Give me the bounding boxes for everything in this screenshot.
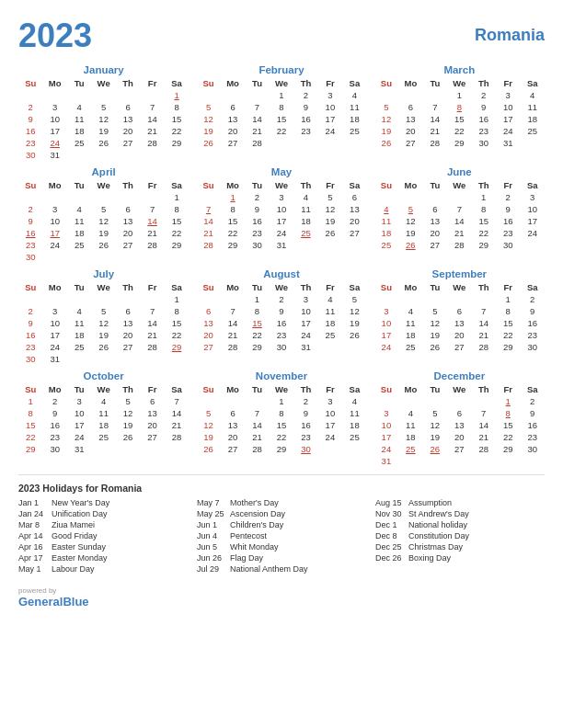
day-header-mo: Mo: [221, 77, 245, 89]
calendar-day: 7: [140, 203, 164, 215]
calendar-day: 10: [42, 113, 66, 125]
calendar-day: 15: [270, 419, 293, 431]
calendar-day: 26: [91, 341, 115, 353]
calendar-day: 25: [398, 341, 422, 353]
calendar-day: 7: [472, 305, 496, 317]
calendar-day: 23: [18, 137, 42, 149]
calendar-day: 16: [18, 125, 42, 137]
calendar-day: [374, 191, 398, 203]
calendar-day: 25: [342, 125, 367, 137]
calendar-day: 7: [140, 101, 164, 113]
calendar-day: 19: [116, 419, 140, 431]
calendar-day: 19: [91, 125, 115, 137]
holiday-date: Mar 8: [18, 520, 48, 529]
calendar-day: 6: [221, 101, 245, 113]
day-header-tu: Tu: [67, 77, 91, 89]
calendar-day: 2: [496, 191, 520, 203]
calendar-day: 21: [140, 125, 164, 137]
calendar-day: 1: [472, 191, 496, 203]
month-block-july: JulySuMoTuWeThFrSa1234567891011121314151…: [18, 268, 189, 365]
holiday-date: Jan 24: [18, 509, 48, 518]
calendar-day: 1: [221, 191, 245, 203]
calendar-day: 4: [398, 305, 422, 317]
calendar-day: [374, 395, 398, 407]
calendar-day: 2: [293, 395, 317, 407]
calendar-day: 21: [165, 419, 190, 431]
calendar-day: [374, 293, 398, 305]
month-table: SuMoTuWeThFrSa12345678910111213141516171…: [374, 179, 545, 251]
calendar-day: 3: [374, 407, 398, 419]
calendar-day: 8: [270, 407, 293, 419]
calendar-day: 11: [398, 317, 422, 329]
calendar-day: 24: [42, 239, 66, 251]
calendar-day: 18: [520, 113, 545, 125]
country-title: Romania: [475, 17, 545, 45]
divider: [18, 474, 545, 475]
calendar-day: [472, 395, 496, 407]
calendar-day: 5: [374, 101, 398, 113]
day-header-su: Su: [18, 77, 42, 89]
calendar-day: 17: [67, 419, 91, 431]
calendar-day: 29: [165, 137, 190, 149]
calendar-day: 10: [520, 203, 545, 215]
holiday-column: Jan 1New Year's DayJan 24Unification Day…: [18, 498, 188, 575]
calendar-day: 7: [423, 101, 447, 113]
month-title: October: [18, 370, 189, 381]
day-header-we: We: [91, 383, 115, 395]
list-item: Dec 1National holiday: [375, 520, 545, 529]
calendar-day: 18: [91, 419, 115, 431]
list-item: Jan 1New Year's Day: [18, 498, 188, 507]
powered-by-text: powered by: [18, 586, 89, 595]
calendar-day: 25: [318, 329, 342, 341]
calendar-day: 11: [67, 113, 91, 125]
calendar-day: 13: [196, 317, 220, 329]
calendar-day: [18, 191, 42, 203]
calendar-day: 15: [472, 215, 496, 227]
calendar-day: 13: [342, 203, 367, 215]
day-header-we: We: [270, 281, 293, 293]
calendar-day: [165, 149, 190, 161]
calendar-day: [196, 293, 220, 305]
calendar-day: [67, 191, 91, 203]
calendar-day: 25: [293, 227, 317, 239]
calendar-day: 14: [472, 419, 496, 431]
calendar-day: 7: [245, 101, 269, 113]
calendar-day: 5: [91, 305, 115, 317]
calendar-day: 5: [196, 407, 220, 419]
calendar-day: 5: [398, 203, 422, 215]
calendar-day: 16: [520, 419, 545, 431]
calendar-day: 15: [270, 113, 293, 125]
calendar-day: 13: [116, 317, 140, 329]
calendar-day: 26: [423, 443, 447, 455]
calendar-day: 11: [342, 407, 367, 419]
day-header-fr: Fr: [318, 179, 342, 191]
holiday-date: May 25: [197, 509, 226, 518]
calendar-day: 22: [221, 227, 245, 239]
calendar-day: 14: [140, 215, 164, 227]
holiday-date: Apr 17: [18, 553, 48, 563]
calendar-day: 20: [116, 125, 140, 137]
calendar-day: [398, 455, 422, 467]
calendar-day: 21: [140, 329, 164, 341]
day-header-mo: Mo: [398, 179, 422, 191]
calendar-day: 18: [67, 329, 91, 341]
calendar-day: 23: [42, 431, 66, 443]
day-header-tu: Tu: [67, 383, 91, 395]
calendar-day: 22: [447, 125, 471, 137]
calendar-day: [67, 149, 91, 161]
calendar-day: 11: [398, 419, 422, 431]
calendar-day: 3: [318, 89, 342, 101]
calendar-day: 30: [496, 239, 520, 251]
calendar-day: 15: [496, 419, 520, 431]
calendar-day: 30: [42, 443, 66, 455]
calendar-day: [245, 89, 269, 101]
calendar-day: 1: [245, 293, 269, 305]
month-block-january: JanuarySuMoTuWeThFrSa1234567891011121314…: [18, 64, 189, 161]
calendar-day: 14: [447, 215, 471, 227]
calendar-day: 22: [245, 329, 269, 341]
holidays-columns: Jan 1New Year's DayJan 24Unification Day…: [18, 498, 545, 575]
day-header-sa: Sa: [342, 77, 367, 89]
holiday-date: Nov 30: [375, 509, 405, 518]
holiday-date: Dec 25: [375, 542, 405, 552]
calendar-day: [67, 251, 91, 263]
